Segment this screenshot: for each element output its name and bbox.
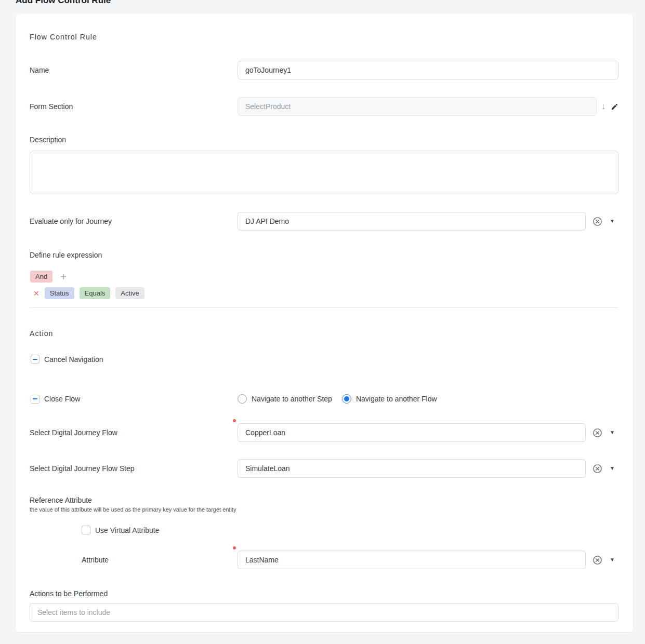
name-label: Name <box>30 66 238 74</box>
radio-circle-unselected[interactable] <box>238 394 247 404</box>
dj-flow-step-input[interactable] <box>238 459 586 478</box>
clear-icon[interactable] <box>593 555 602 565</box>
journey-input[interactable] <box>238 212 586 231</box>
close-flow-label-cell: Close Flow <box>30 395 238 404</box>
actions-to-perform-input[interactable] <box>30 603 618 622</box>
close-flow-checkbox[interactable] <box>31 395 40 404</box>
name-field-control <box>238 61 618 79</box>
name-row: Name <box>30 61 618 79</box>
form-section-label: Form Section <box>30 102 238 111</box>
page-title: Add Flow Control Rule <box>16 0 645 6</box>
close-flow-label: Close Flow <box>44 395 80 403</box>
reference-attribute-block: Reference Attribute the value of this at… <box>30 496 618 513</box>
add-condition-icon[interactable]: + <box>60 272 67 282</box>
dj-flow-step-label: Select Digital Journey Flow Step <box>30 464 238 473</box>
dj-flow-step-field-control: ▼ <box>238 459 618 478</box>
form-section-field-control: ↓ <box>238 97 618 116</box>
cancel-navigation-label: Cancel Navigation <box>44 355 103 364</box>
name-input[interactable] <box>238 61 618 79</box>
radio-circle-selected[interactable] <box>342 394 351 404</box>
card-section-title: Flow Control Rule <box>30 33 618 41</box>
description-block: Description <box>30 136 618 194</box>
use-virtual-attribute-checkbox[interactable] <box>82 526 90 534</box>
dj-flow-step-row: Select Digital Journey Flow Step ▼ <box>30 459 618 478</box>
journey-row: Evaluate only for Journey ▼ <box>30 212 618 231</box>
clear-icon[interactable] <box>593 217 602 226</box>
clear-icon[interactable] <box>593 428 602 438</box>
flow-control-rule-card: Flow Control Rule Name Form Section ↓ De… <box>16 14 633 632</box>
attribute-label: Attribute <box>30 556 238 564</box>
attribute-row: Attribute ▼ <box>30 551 618 569</box>
attribute-field-control: ▼ <box>238 551 618 569</box>
actions-to-perform-label: Actions to be Performed <box>30 589 618 598</box>
dj-flow-field-control: ▼ <box>238 423 618 442</box>
reference-attribute-label: Reference Attribute <box>30 496 92 504</box>
required-indicator <box>233 419 236 422</box>
condition-row: ✕ Status Equals Active <box>33 287 618 299</box>
section-divider <box>30 307 618 308</box>
actions-to-perform-block: Actions to be Performed <box>30 589 618 622</box>
dropdown-caret-icon[interactable]: ▼ <box>610 466 615 471</box>
action-section-title: Action <box>30 329 618 338</box>
rule-expression-label: Define rule expression <box>30 251 618 259</box>
use-virtual-attribute-row: Use Virtual Attribute <box>82 526 618 534</box>
form-section-row: Form Section ↓ <box>30 97 618 116</box>
download-arrow-icon[interactable]: ↓ <box>601 102 605 111</box>
radio-navigate-flow-label: Navigate to another Flow <box>356 395 437 403</box>
radio-navigate-step-label: Navigate to another Step <box>252 395 332 403</box>
cancel-navigation-row: Cancel Navigation <box>31 355 618 364</box>
journey-label: Evaluate only for Journey <box>30 217 238 225</box>
close-flow-check-row: Close Flow <box>31 395 238 404</box>
edit-pencil-icon[interactable] <box>611 103 618 111</box>
rule-group-row: And + <box>30 271 618 283</box>
indeterminate-dash <box>33 359 37 360</box>
clear-icon[interactable] <box>593 464 602 474</box>
condition-value-chip[interactable]: Active <box>115 287 144 299</box>
form-section-input <box>238 97 597 116</box>
indeterminate-dash <box>33 398 37 399</box>
description-textarea[interactable] <box>30 151 618 194</box>
remove-condition-icon[interactable]: ✕ <box>33 290 40 297</box>
condition-field-chip[interactable]: Status <box>45 287 74 299</box>
cancel-navigation-checkbox[interactable] <box>31 355 40 364</box>
dropdown-caret-icon[interactable]: ▼ <box>610 219 615 224</box>
use-virtual-attribute-label: Use Virtual Attribute <box>95 526 159 534</box>
reference-attribute-hint: the value of this attribute will be used… <box>30 506 618 513</box>
journey-field-control: ▼ <box>238 212 618 231</box>
dropdown-caret-icon[interactable]: ▼ <box>610 557 615 562</box>
dropdown-caret-icon[interactable]: ▼ <box>610 430 615 435</box>
description-label: Description <box>30 136 618 144</box>
close-flow-row: Close Flow Navigate to another Step Navi… <box>30 394 618 404</box>
required-indicator <box>233 546 236 549</box>
radio-navigate-step[interactable]: Navigate to another Step <box>238 394 332 404</box>
dj-flow-row: Select Digital Journey Flow ▼ <box>30 423 618 442</box>
radio-navigate-flow[interactable]: Navigate to another Flow <box>342 394 437 404</box>
group-operator-chip[interactable]: And <box>30 271 52 283</box>
dj-flow-input[interactable] <box>238 423 586 442</box>
condition-operator-chip[interactable]: Equals <box>80 287 111 299</box>
navigate-radio-group: Navigate to another Step Navigate to ano… <box>238 394 437 404</box>
attribute-input[interactable] <box>238 551 586 569</box>
dj-flow-label: Select Digital Journey Flow <box>30 428 238 437</box>
